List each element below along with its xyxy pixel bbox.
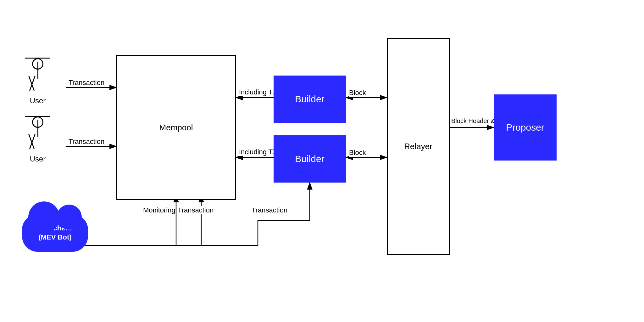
builder1-box: Builder <box>274 76 346 123</box>
user2-transaction-label: Transaction <box>69 138 104 146</box>
user2-figure: User <box>25 116 50 163</box>
mempool-box: Mempool <box>116 55 236 200</box>
searchers-tx-builder-label: Transaction <box>252 206 287 214</box>
user1-arms <box>25 58 50 59</box>
monitoring-label: Monitoring <box>143 206 175 214</box>
builder1-label: Builder <box>295 94 324 105</box>
block1-label: Block <box>349 89 366 97</box>
relayer-label: Relayer <box>404 142 432 151</box>
user2-legs <box>31 134 44 150</box>
relayer-box: Relayer <box>387 38 450 255</box>
user1-legs <box>31 76 44 92</box>
searchers-tx-mempool-label: Transaction <box>178 206 214 214</box>
diagram: User User Transaction Transaction Mempoo… <box>0 0 644 322</box>
proposer-box: Proposer <box>494 94 557 161</box>
user1-transaction-label: Transaction <box>69 79 104 87</box>
mempool-label: Mempool <box>159 123 193 133</box>
user2-arms <box>25 116 50 117</box>
user1-label: User <box>30 96 46 105</box>
user1-figure: User <box>25 58 50 105</box>
proposer-label: Proposer <box>506 122 544 133</box>
searchers-cloud: Searchers(MEV Bot) <box>22 214 88 252</box>
builder2-box: Builder <box>274 135 346 183</box>
searchers-label: Searchers(MEV Bot) <box>38 224 72 242</box>
user2-leg-right <box>29 134 36 149</box>
block2-label: Block <box>349 149 366 157</box>
user1-leg-right <box>29 76 36 91</box>
builder2-label: Builder <box>295 154 324 164</box>
user2-label: User <box>30 155 46 163</box>
